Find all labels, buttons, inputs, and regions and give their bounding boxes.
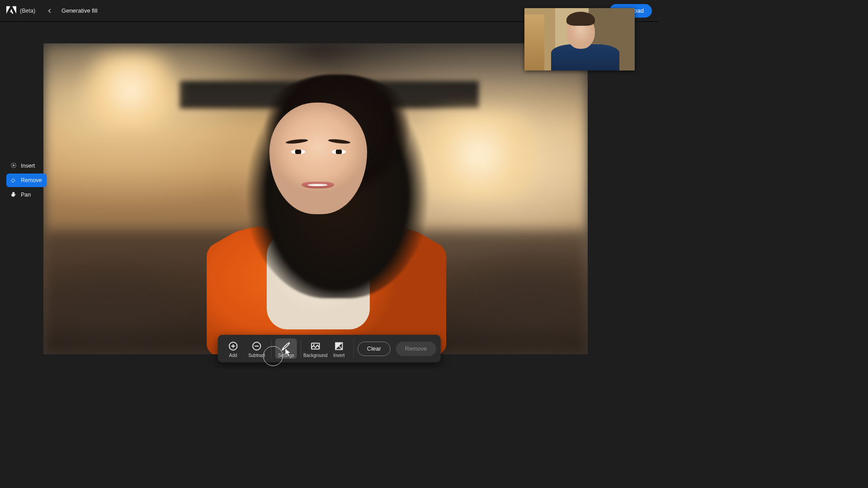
toolbar-divider <box>354 339 354 358</box>
tool-pan[interactable]: Pan <box>6 188 47 202</box>
toolbar-divider <box>271 339 272 358</box>
brush-settings-label: Settings <box>278 353 294 358</box>
invert-icon <box>333 340 345 352</box>
clear-button[interactable]: Clear <box>358 342 391 356</box>
select-background-label: Background <box>303 353 327 358</box>
canvas-image-placeholder <box>43 43 588 354</box>
hand-icon <box>10 191 17 199</box>
remove-button[interactable]: Remove <box>396 342 436 356</box>
brush-subtract[interactable]: Subtract <box>246 338 268 359</box>
brush-subtract-label: Subtract <box>248 353 265 358</box>
canvas-area <box>0 22 658 369</box>
svg-point-3 <box>282 348 284 350</box>
brush-add-label: Add <box>229 353 237 358</box>
select-invert-label: Invert <box>333 353 344 358</box>
brush-add[interactable]: Add <box>222 338 244 359</box>
tool-remove[interactable]: Remove <box>6 174 47 187</box>
tool-insert-label: Insert <box>21 163 35 169</box>
tool-remove-label: Remove <box>21 177 42 183</box>
brush-subtract-icon <box>251 340 263 352</box>
beta-label: (Beta) <box>20 8 35 14</box>
insert-icon <box>10 162 17 170</box>
side-toolbar: Insert Remove Pan <box>6 159 47 202</box>
tool-insert[interactable]: Insert <box>6 159 47 173</box>
webcam-overlay <box>524 8 635 70</box>
select-background[interactable]: Background <box>305 338 326 359</box>
adobe-logo-icon <box>6 5 16 17</box>
svg-point-5 <box>313 344 315 345</box>
back-button[interactable] <box>44 5 55 16</box>
select-invert[interactable]: Invert <box>328 338 350 359</box>
page-title: Generative fill <box>61 7 97 14</box>
brush-settings[interactable]: Settings <box>275 338 297 359</box>
brush-add-icon <box>227 340 239 352</box>
toolbar-divider <box>301 339 301 358</box>
selection-toolbar: Add Subtract Settings Background Invert … <box>218 335 441 362</box>
background-icon <box>310 340 321 352</box>
eraser-icon <box>10 176 17 185</box>
brush-icon <box>280 340 292 352</box>
tool-pan-label: Pan <box>21 192 31 198</box>
image-canvas[interactable] <box>43 43 588 354</box>
